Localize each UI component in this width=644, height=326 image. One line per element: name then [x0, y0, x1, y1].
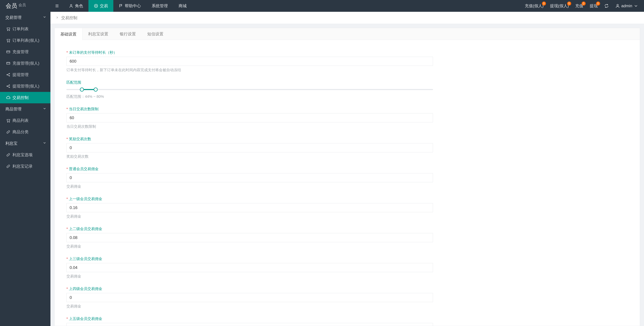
sidebar-group-products[interactable]: 商品管理: [0, 103, 50, 115]
sidebar-item-withdraw-fake[interactable]: 提现管理(假人): [0, 81, 50, 92]
lv3-comm-input[interactable]: [66, 263, 433, 272]
field-lv2-comm: *上二级会员交易佣金 交易佣金: [66, 226, 433, 249]
tabs: 基础设置 利息宝设置 银行设置 短信设置: [55, 28, 640, 40]
svg-point-19: [7, 86, 8, 87]
topnav-roles[interactable]: 角色: [64, 0, 88, 12]
topnav-help[interactable]: 帮助中心: [113, 0, 146, 12]
topnav-transactions[interactable]: 交易: [88, 0, 113, 12]
sidebar-item-withdraw[interactable]: 提现管理: [0, 69, 50, 81]
topnav-system[interactable]: 系统管理: [146, 0, 173, 12]
form-panel: *未订单的支付等待时长（秒） 订单支付等待时长，新下订单未在此时间内容完成支付将…: [55, 40, 640, 326]
svg-line-18: [8, 75, 9, 76]
sidebar-item-recharge[interactable]: 充值管理: [0, 46, 50, 58]
topnav-mall[interactable]: 商城: [173, 0, 192, 12]
svg-line-22: [8, 85, 9, 86]
sidebar-item-label: 商品分类: [12, 129, 28, 135]
wait-seconds-input[interactable]: [66, 57, 433, 66]
field-label: 匹配范围: [66, 80, 433, 85]
sidebar-item-label: 充值管理: [12, 49, 28, 55]
sidebar-group-interest[interactable]: 利息宝: [0, 138, 50, 149]
field-wait-seconds: *未订单的支付等待时长（秒） 订单支付等待时长，新下订单未在此时间内容完成支付将…: [66, 50, 433, 73]
sidebar-item-product-category[interactable]: 商品分类: [0, 126, 50, 138]
sidebar-item-label: 利息宝选项: [12, 152, 32, 158]
sidebar-item-trade-control[interactable]: 交易控制: [0, 92, 50, 103]
field-help: 匹配范围：44% ~ 80%: [66, 94, 433, 99]
sidebar-item-product-list[interactable]: 商品列表: [0, 115, 50, 126]
sidebar-item-label: 订单列表: [12, 26, 28, 32]
sidebar-item-interest-options[interactable]: 利息宝选项: [0, 149, 50, 161]
hr-label: 提现(假人): [550, 3, 569, 9]
svg-point-21: [9, 87, 10, 88]
topnav-label: 交易: [100, 3, 108, 9]
link-icon: [6, 164, 10, 168]
bonus-trades-input[interactable]: [66, 143, 433, 152]
field-lv1-comm: *上一级会员交易佣金 交易佣金: [66, 196, 433, 219]
topnav-label: 角色: [75, 3, 83, 9]
range-slider[interactable]: [66, 87, 433, 92]
field-help: 交易佣金: [66, 184, 433, 189]
field-label: *未订单的支付等待时长（秒）: [66, 50, 433, 55]
svg-point-8: [8, 42, 8, 42]
lv1-comm-input[interactable]: [66, 203, 433, 212]
label-text: 上三级会员交易佣金: [69, 256, 102, 261]
svg-point-24: [8, 122, 8, 122]
lv5-comm-input[interactable]: [66, 323, 433, 326]
topnav-label: 商城: [178, 3, 187, 9]
sidebar-item-recharge-fake[interactable]: 充值管理(假人): [0, 58, 50, 69]
label-text: 上四级会员交易佣金: [69, 286, 102, 291]
topnav-label: 帮助中心: [125, 3, 141, 9]
hr-recharge[interactable]: 充值 0: [575, 3, 583, 9]
breadcrumb-current: 交易控制: [61, 15, 77, 21]
tab-basic-settings[interactable]: 基础设置: [55, 28, 82, 40]
link-icon: [6, 130, 10, 134]
tab-sms-settings[interactable]: 短信设置: [142, 28, 169, 40]
lv4-comm-input[interactable]: [66, 293, 433, 302]
link-icon: [6, 153, 10, 157]
user-name: admin: [621, 4, 632, 8]
required-star: *: [66, 137, 68, 141]
field-lv4-comm: *上四级会员交易佣金 交易佣金: [66, 286, 433, 309]
field-help: 交易佣金: [66, 274, 433, 279]
sidebar-item-interest-records[interactable]: 利息宝记录: [0, 161, 50, 172]
user-menu[interactable]: admin: [615, 4, 638, 8]
refresh-button[interactable]: [604, 4, 609, 8]
tab-interest-settings[interactable]: 利息宝设置: [82, 28, 114, 40]
required-star: *: [66, 227, 68, 231]
svg-point-7: [9, 30, 10, 31]
logo-main: 会员: [6, 2, 17, 10]
refresh-icon: [604, 4, 609, 8]
hr-withdraw-fake[interactable]: 提现(假人) 0: [550, 3, 569, 9]
sidebar-item-orders[interactable]: 订单列表: [0, 23, 50, 35]
field-help: 奖励交易次数: [66, 154, 433, 159]
chevron-down-icon: [634, 4, 638, 8]
hr-withdraw[interactable]: 提现 0: [590, 3, 598, 9]
sidebar-item-label: 交易控制: [12, 95, 28, 100]
sidebar-group-transactions[interactable]: 交易管理: [0, 12, 50, 23]
hr-recharge-fake[interactable]: 充值(假人) 0: [525, 3, 544, 9]
normal-comm-input[interactable]: [66, 173, 433, 182]
field-label: *上一级会员交易佣金: [66, 196, 433, 201]
tab-bank-settings[interactable]: 银行设置: [114, 28, 142, 40]
exchange-icon: [94, 4, 98, 8]
sidebar-item-label: 充值管理(假人): [12, 61, 39, 66]
tab-label: 短信设置: [147, 31, 164, 37]
cart-icon: [6, 118, 10, 123]
slider-handle-high[interactable]: [94, 88, 98, 92]
field-label: *上五级会员交易佣金: [66, 316, 433, 321]
badge: 0: [582, 2, 586, 6]
daily-limit-input[interactable]: [66, 113, 433, 122]
hamburger-button[interactable]: [50, 0, 64, 12]
top-nav: 角色 交易 帮助中心 系统管理 商城: [50, 0, 192, 12]
svg-point-5: [617, 4, 618, 6]
hamburger-icon: [55, 4, 59, 8]
lv2-comm-input[interactable]: [66, 233, 433, 242]
slider-handle-low[interactable]: [80, 88, 84, 92]
field-label: *奖励交易次数: [66, 137, 433, 142]
required-star: *: [66, 50, 68, 55]
label-text: 未订单的支付等待时长（秒）: [69, 50, 117, 55]
svg-rect-12: [6, 62, 10, 65]
svg-point-25: [9, 122, 10, 122]
sidebar-item-orders-fake[interactable]: 订单列表(假人): [0, 35, 50, 46]
required-star: *: [66, 167, 68, 171]
field-normal-comm: *普通会员交易佣金 交易佣金: [66, 166, 433, 189]
